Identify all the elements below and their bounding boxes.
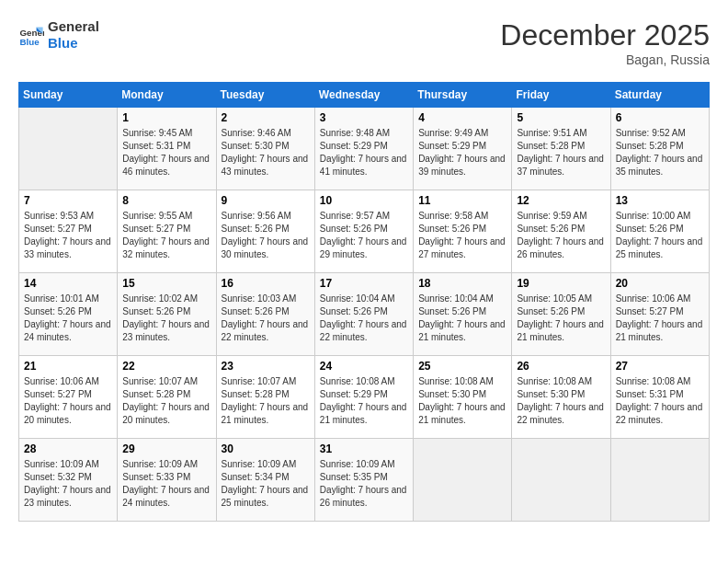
day-info: Sunrise: 10:03 AMSunset: 5:26 PMDaylight… [222, 293, 310, 344]
day-cell: 19Sunrise: 10:05 AMSunset: 5:26 PMDaylig… [512, 273, 610, 356]
day-info: Sunrise: 9:56 AMSunset: 5:26 PMDaylight:… [222, 210, 310, 261]
day-info: Sunrise: 10:06 AMSunset: 5:27 PMDaylight… [616, 293, 704, 344]
day-info: Sunrise: 10:02 AMSunset: 5:26 PMDaylight… [122, 293, 210, 344]
day-cell: 12Sunrise: 9:59 AMSunset: 5:26 PMDayligh… [512, 190, 610, 273]
header-cell-sunday: Sunday [19, 83, 118, 108]
day-info: Sunrise: 9:45 AMSunset: 5:31 PMDaylight:… [122, 127, 210, 178]
day-cell [414, 439, 512, 522]
day-info: Sunrise: 9:49 AMSunset: 5:29 PMDaylight:… [418, 127, 506, 178]
day-info: Sunrise: 10:08 AMSunset: 5:31 PMDaylight… [616, 375, 704, 427]
day-info: Sunrise: 10:09 AMSunset: 5:32 PMDaylight… [24, 458, 112, 510]
day-cell: 15Sunrise: 10:02 AMSunset: 5:26 PMDaylig… [118, 273, 216, 356]
day-cell: 25Sunrise: 10:08 AMSunset: 5:30 PMDaylig… [414, 356, 512, 439]
day-info: Sunrise: 9:48 AMSunset: 5:29 PMDaylight:… [320, 127, 408, 178]
header-cell-thursday: Thursday [414, 83, 512, 108]
day-number: 4 [418, 111, 506, 124]
title-area: December 2025 Bagan, Russia [500, 18, 710, 67]
day-number: 9 [222, 194, 310, 207]
day-cell: 23Sunrise: 10:07 AMSunset: 5:28 PMDaylig… [216, 356, 314, 439]
day-info: Sunrise: 10:04 AMSunset: 5:26 PMDaylight… [418, 293, 506, 344]
day-number: 18 [418, 277, 506, 290]
svg-text:Blue: Blue [19, 37, 40, 47]
day-info: Sunrise: 10:01 AMSunset: 5:26 PMDaylight… [24, 293, 112, 344]
logo-line1: General [48, 18, 99, 35]
day-number: 29 [122, 442, 210, 455]
header-cell-tuesday: Tuesday [216, 83, 314, 108]
day-info: Sunrise: 10:09 AMSunset: 5:34 PMDaylight… [222, 458, 310, 510]
day-number: 19 [517, 277, 605, 290]
day-cell: 9Sunrise: 9:56 AMSunset: 5:26 PMDaylight… [216, 190, 314, 273]
logo-icon: General Blue [18, 22, 44, 48]
day-cell: 20Sunrise: 10:06 AMSunset: 5:27 PMDaylig… [610, 273, 709, 356]
day-info: Sunrise: 9:57 AMSunset: 5:26 PMDaylight:… [320, 210, 408, 261]
day-info: Sunrise: 10:08 AMSunset: 5:30 PMDaylight… [418, 375, 506, 427]
day-number: 27 [616, 360, 704, 373]
day-number: 17 [320, 277, 408, 290]
day-number: 16 [222, 277, 310, 290]
day-number: 11 [418, 194, 506, 207]
day-number: 7 [24, 194, 112, 207]
day-info: Sunrise: 9:55 AMSunset: 5:27 PMDaylight:… [122, 210, 210, 261]
day-cell: 6Sunrise: 9:52 AMSunset: 5:28 PMDaylight… [610, 108, 709, 190]
day-cell: 27Sunrise: 10:08 AMSunset: 5:31 PMDaylig… [610, 356, 709, 439]
day-number: 20 [616, 277, 704, 290]
day-cell: 31Sunrise: 10:09 AMSunset: 5:35 PMDaylig… [314, 439, 413, 522]
day-cell: 3Sunrise: 9:48 AMSunset: 5:29 PMDaylight… [314, 108, 413, 190]
day-number: 3 [320, 111, 408, 124]
day-number: 25 [418, 360, 506, 373]
day-info: Sunrise: 10:08 AMSunset: 5:29 PMDaylight… [320, 375, 408, 427]
day-cell: 2Sunrise: 9:46 AMSunset: 5:30 PMDaylight… [216, 108, 314, 190]
day-number: 15 [122, 277, 210, 290]
day-cell [610, 439, 709, 522]
day-number: 14 [24, 277, 112, 290]
week-row-3: 14Sunrise: 10:01 AMSunset: 5:26 PMDaylig… [19, 273, 710, 356]
day-cell: 28Sunrise: 10:09 AMSunset: 5:32 PMDaylig… [19, 439, 118, 522]
day-number: 28 [24, 442, 112, 455]
week-row-5: 28Sunrise: 10:09 AMSunset: 5:32 PMDaylig… [19, 439, 710, 522]
week-row-1: 1Sunrise: 9:45 AMSunset: 5:31 PMDaylight… [19, 108, 710, 190]
day-info: Sunrise: 10:06 AMSunset: 5:27 PMDaylight… [24, 375, 112, 427]
day-cell: 17Sunrise: 10:04 AMSunset: 5:26 PMDaylig… [314, 273, 413, 356]
day-cell: 30Sunrise: 10:09 AMSunset: 5:34 PMDaylig… [216, 439, 314, 522]
day-info: Sunrise: 10:05 AMSunset: 5:26 PMDaylight… [517, 293, 605, 344]
day-cell: 5Sunrise: 9:51 AMSunset: 5:28 PMDaylight… [512, 108, 610, 190]
day-number: 30 [222, 442, 310, 455]
day-info: Sunrise: 10:09 AMSunset: 5:35 PMDaylight… [320, 458, 408, 510]
day-number: 24 [320, 360, 408, 373]
day-cell: 1Sunrise: 9:45 AMSunset: 5:31 PMDaylight… [118, 108, 216, 190]
day-cell [512, 439, 610, 522]
day-cell: 26Sunrise: 10:08 AMSunset: 5:30 PMDaylig… [512, 356, 610, 439]
day-cell: 22Sunrise: 10:07 AMSunset: 5:28 PMDaylig… [118, 356, 216, 439]
day-cell: 14Sunrise: 10:01 AMSunset: 5:26 PMDaylig… [19, 273, 118, 356]
day-info: Sunrise: 10:08 AMSunset: 5:30 PMDaylight… [517, 375, 605, 427]
day-number: 6 [616, 111, 704, 124]
logo-line2: Blue [48, 35, 99, 52]
page-header: General Blue General Blue December 2025 … [18, 18, 710, 67]
day-number: 31 [320, 442, 408, 455]
day-info: Sunrise: 9:51 AMSunset: 5:28 PMDaylight:… [517, 127, 605, 178]
location: Bagan, Russia [500, 52, 710, 67]
day-cell: 4Sunrise: 9:49 AMSunset: 5:29 PMDaylight… [414, 108, 512, 190]
header-row: SundayMondayTuesdayWednesdayThursdayFrid… [19, 83, 710, 108]
day-cell: 18Sunrise: 10:04 AMSunset: 5:26 PMDaylig… [414, 273, 512, 356]
day-number: 2 [222, 111, 310, 124]
day-info: Sunrise: 10:07 AMSunset: 5:28 PMDaylight… [122, 375, 210, 427]
day-info: Sunrise: 9:53 AMSunset: 5:27 PMDaylight:… [24, 210, 112, 261]
day-cell: 10Sunrise: 9:57 AMSunset: 5:26 PMDayligh… [314, 190, 413, 273]
day-number: 10 [320, 194, 408, 207]
day-number: 22 [122, 360, 210, 373]
day-cell: 11Sunrise: 9:58 AMSunset: 5:26 PMDayligh… [414, 190, 512, 273]
day-info: Sunrise: 9:59 AMSunset: 5:26 PMDaylight:… [517, 210, 605, 261]
day-number: 5 [517, 111, 605, 124]
day-info: Sunrise: 9:46 AMSunset: 5:30 PMDaylight:… [222, 127, 310, 178]
day-info: Sunrise: 10:09 AMSunset: 5:33 PMDaylight… [122, 458, 210, 510]
day-cell: 13Sunrise: 10:00 AMSunset: 5:26 PMDaylig… [610, 190, 709, 273]
header-cell-saturday: Saturday [610, 83, 709, 108]
day-number: 8 [122, 194, 210, 207]
day-number: 1 [122, 111, 210, 124]
day-info: Sunrise: 10:04 AMSunset: 5:26 PMDaylight… [320, 293, 408, 344]
logo: General Blue General Blue [18, 18, 99, 52]
day-cell [19, 108, 118, 190]
header-cell-wednesday: Wednesday [314, 83, 413, 108]
day-number: 26 [517, 360, 605, 373]
